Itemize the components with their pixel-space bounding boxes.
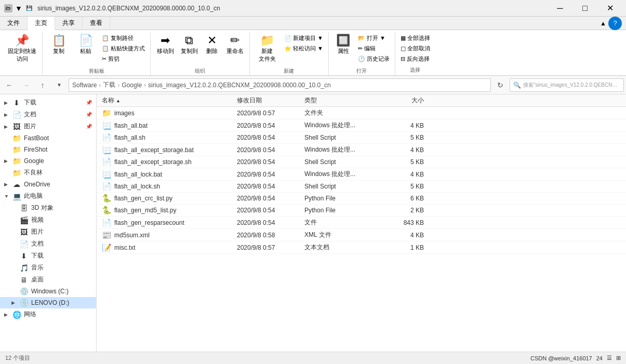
crumb-download[interactable]: 下载 [103,80,115,89]
tab-file[interactable]: 文件 [0,17,28,30]
sidebar-item-onedrive[interactable]: ▶ ☁ OneDrive [0,179,96,190]
watermark2: 24 [596,355,603,361]
sidebar-item-lenovod[interactable]: ▶ 💿 LENOVO (D:) [0,297,96,308]
col-header-size[interactable]: 大小 [382,96,424,105]
sidebar-label-winc: Windows (C:) [31,288,69,295]
item-count: 12 个项目 [5,354,30,362]
pin-button[interactable]: 📌 固定到快速访问 [5,33,39,65]
cut-button[interactable]: ✂ 剪切 [100,54,147,64]
edit-button[interactable]: ✏ 编辑 [356,44,392,53]
select-items: ▦ 全部选择 ▢ 全部取消 ⊟ 反向选择 [398,32,432,65]
file-name-md5xml: 📰 md5sum.xml [102,231,237,239]
table-row[interactable]: 🐍 flash_gen_md5_list.py 2020/9/8 0:54 Py… [97,205,626,217]
3d-icon: 🗄 [19,204,29,212]
sidebar-item-thispc[interactable]: ▼ 💻 此电脑 [0,190,96,202]
maximize-button[interactable]: □ [573,0,597,17]
sidebar-item-pics2[interactable]: 🖼 图片 [0,226,96,238]
invert-select-button[interactable]: ⊟ 反向选择 [398,54,432,64]
table-row[interactable]: 📄 flash_all_lock.sh 2020/9/8 0:54 Shell … [97,181,626,193]
crumb-current[interactable]: sirius_images_V12.0.2.0.QEBCNXM_20200908… [148,82,331,89]
file-type-misc-txt: 文本文档 [304,243,382,252]
folder-icon: 📁 [102,109,111,117]
copy-button[interactable]: 📋 复制 [46,33,72,65]
table-row[interactable]: 📃 flash_all.bat 2020/9/8 0:54 Windows 批处… [97,119,626,132]
sidebar-label-docs1: 文档 [24,110,36,119]
table-row[interactable]: 📄 flash_gen_resparsecount 2020/9/8 0:54 … [97,217,626,229]
paste-button[interactable]: 📄 粘贴 [73,33,99,65]
table-row[interactable]: 📰 md5sum.xml 2020/9/8 0:58 XML 文件 4 KB [97,229,626,241]
sidebar-label-pics2: 图片 [31,227,44,236]
sidebar-item-google[interactable]: ▶ 📁 Google [0,155,96,167]
pin-marker3: 📌 [86,124,92,129]
sidebar-item-bulilin[interactable]: 📁 不良林 [0,167,96,179]
col-header-type[interactable]: 类型 [304,96,382,105]
table-row[interactable]: 📁 images 2020/9/8 0:57 文件夹 [97,107,626,119]
col-header-name[interactable]: 名称 ▲ [102,96,237,105]
new-folder-button[interactable]: 📁 新建文件夹 [253,33,281,65]
folder-icon-fireshot: 📁 [12,145,21,154]
file-size-md5xml: 4 KB [382,232,424,239]
sidebar-item-download1[interactable]: ▶ ⬇ 下载 📌 [0,97,96,109]
close-button[interactable]: ✕ [598,0,622,17]
address-bar[interactable]: Software › 下载 › Google › sirius_images_V… [69,78,491,92]
paste-icon: 📄 [79,35,93,46]
move-to-button[interactable]: ➡ 移动到 [154,33,177,65]
history-button[interactable]: 🕐 历史记录 [356,54,392,64]
xml-icon: 📰 [102,231,111,239]
tab-home[interactable]: 主页 [28,17,55,30]
tab-share[interactable]: 共享 [55,17,83,30]
crumb-google[interactable]: Google [122,82,142,89]
delete-button[interactable]: ✕ 删除 [202,33,222,65]
new-item-button[interactable]: 📄 新建项目 ▼ [282,33,325,43]
easy-access-button[interactable]: ⭐ 轻松访问 ▼ [282,44,325,53]
table-row[interactable]: 🐍 flash_gen_crc_list.py 2020/9/8 0:54 Py… [97,193,626,205]
search-bar[interactable]: 🔍 搜索"sirius_images_V12.0.2.0.QEBCNXM_202… [510,78,624,92]
copy-path-button[interactable]: 📋 复制路径 [100,33,147,43]
open-button[interactable]: 📂 打开 ▼ [356,33,392,43]
up-button[interactable]: ↑ [35,78,50,92]
table-row[interactable]: 📃 flash_all_lock.bat 2020/9/8 0:54 Windo… [97,168,626,181]
sidebar-item-fastboot[interactable]: 📁 FastBoot [0,132,96,144]
sidebar-item-download2[interactable]: ⬇ 下载 [0,250,96,262]
back-button[interactable]: ← [2,78,17,92]
table-row[interactable]: 📃 flash_all_except_storage.bat 2020/9/8 … [97,144,626,156]
tab-view[interactable]: 查看 [83,17,110,30]
download-icon: ⬇ [12,99,21,107]
copy-to-button[interactable]: ⧉ 复制到 [178,33,201,65]
file-pane: 名称 ▲ 修改日期 类型 大小 📁 images 2020/9/8 0:57 文… [97,95,626,352]
file-size-crc-py: 6 KB [382,195,424,202]
sidebar-label-thispc: 此电脑 [24,192,43,200]
table-row[interactable]: 📝 misc.txt 2020/9/8 0:57 文本文档 1 KB [97,241,626,254]
view-icon-list[interactable]: ☰ [607,355,612,361]
paste-shortcut-icon: 📋 [102,45,109,52]
table-row[interactable]: 📄 flash_all_except_storage.sh 2020/9/8 0… [97,156,626,168]
sidebar-item-video[interactable]: 🎬 视频 [0,214,96,226]
sidebar-item-music[interactable]: 🎵 音乐 [0,262,96,274]
sidebar-item-3d[interactable]: 🗄 3D 对象 [0,202,96,214]
refresh-button[interactable]: ↻ [493,78,508,92]
sidebar-item-network[interactable]: ▶ 🌐 网络 [0,308,96,320]
select-all-button[interactable]: ▦ 全部选择 [398,33,432,43]
ribbon-collapse-button[interactable]: ▲ [600,20,606,27]
properties-button[interactable]: 🔲 属性 [332,33,355,65]
select-none-button[interactable]: ▢ 全部取消 [398,44,432,53]
file-date-except-sh: 2020/9/8 0:54 [237,158,304,166]
crumb-software[interactable]: Software [72,82,97,89]
view-icon-grid[interactable]: ⊞ [616,355,621,361]
sidebar-item-docs2[interactable]: 📄 文档 [0,238,96,250]
sidebar-item-docs1[interactable]: ▶ 📄 文档 📌 [0,109,96,120]
minimize-button[interactable]: ─ [548,0,572,17]
forward-button[interactable]: → [19,78,33,92]
sidebar-item-winc[interactable]: 💿 Windows (C:) [0,286,96,297]
col-header-date[interactable]: 修改日期 [237,96,304,105]
rename-button[interactable]: ✏ 重命名 [223,33,246,65]
help-button[interactable]: ? [608,17,622,30]
window-icon: 🗁 [4,4,12,12]
paste-shortcut-button[interactable]: 📋 粘贴快捷方式 [100,44,147,53]
sidebar-item-pics1[interactable]: ▶ 🖼 图片 📌 [0,120,96,132]
clipboard-items: 📋 复制 📄 粘贴 📋 复制路径 📋 粘贴快捷方式 ✂ 剪切 [46,32,147,66]
table-row[interactable]: 📄 flash_all.sh 2020/9/8 0:54 Shell Scrip… [97,132,626,144]
sidebar-item-fireshot[interactable]: 📁 FireShot [0,144,96,155]
recent-button[interactable]: ▼ [52,78,66,92]
sidebar-item-desktop[interactable]: 🖥 桌面 [0,274,96,286]
